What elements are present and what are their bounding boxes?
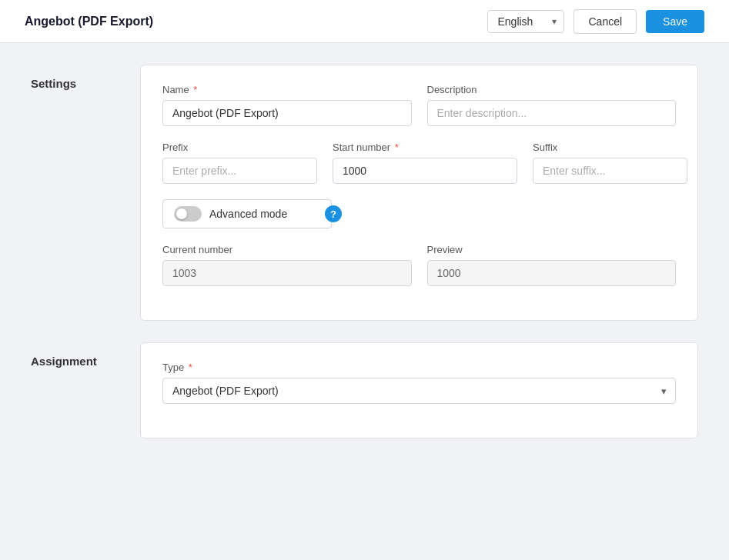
preview-input [427, 260, 677, 286]
required-star-2: * [392, 142, 399, 153]
settings-card: Name * Description Prefix Start numbe [140, 65, 698, 321]
language-selector-wrapper: English Deutsch Français ▾ [487, 10, 564, 33]
name-description-row: Name * Description [162, 84, 676, 126]
save-button[interactable]: Save [646, 10, 704, 33]
suffix-label: Suffix [533, 142, 687, 153]
type-group: Type * Angebot (PDF Export) Rechnung Lie… [162, 362, 676, 404]
current-preview-row: Current number Preview [162, 244, 676, 286]
app-header: Angebot (PDF Export) English Deutsch Fra… [0, 0, 729, 43]
assignment-card: Type * Angebot (PDF Export) Rechnung Lie… [140, 342, 698, 438]
type-select-wrapper: Angebot (PDF Export) Rechnung Liefersche… [162, 378, 676, 404]
name-input[interactable] [162, 100, 412, 126]
current-number-group: Current number [162, 244, 412, 286]
start-number-group: Start number * [333, 142, 517, 184]
header-actions: English Deutsch Français ▾ Cancel Save [487, 9, 704, 34]
main-content: Settings Name * Description Prefix [0, 43, 729, 482]
prefix-label: Prefix [162, 142, 317, 153]
suffix-group: Suffix [533, 142, 687, 184]
start-number-input[interactable] [333, 158, 517, 184]
prefix-start-suffix-row: Prefix Start number * Suffix [162, 142, 676, 184]
preview-group: Preview [427, 244, 677, 286]
description-input[interactable] [427, 100, 677, 126]
cancel-button[interactable]: Cancel [574, 9, 637, 34]
preview-label: Preview [427, 244, 677, 255]
name-label: Name * [162, 84, 412, 95]
prefix-group: Prefix [162, 142, 317, 184]
type-label: Type * [162, 362, 676, 373]
start-number-label: Start number * [333, 142, 517, 153]
name-group: Name * [162, 84, 412, 126]
current-number-label: Current number [162, 244, 412, 255]
required-star-3: * [186, 362, 192, 373]
advanced-mode-toggle[interactable] [174, 206, 202, 222]
language-select[interactable]: English Deutsch Français [487, 10, 564, 33]
settings-section: Settings Name * Description Prefix [31, 65, 698, 321]
settings-section-label: Settings [31, 65, 115, 321]
type-row: Type * Angebot (PDF Export) Rechnung Lie… [162, 362, 676, 404]
description-group: Description [427, 84, 677, 126]
assignment-section: Assignment Type * Angebot (PDF Export) R… [31, 342, 698, 438]
required-star: * [191, 84, 198, 95]
suffix-input[interactable] [533, 158, 687, 184]
type-select[interactable]: Angebot (PDF Export) Rechnung Liefersche… [162, 378, 676, 404]
advanced-mode-label: Advanced mode [209, 208, 287, 220]
advanced-mode-row: Advanced mode ? [162, 199, 676, 228]
prefix-input[interactable] [162, 158, 317, 184]
page-title: Angebot (PDF Export) [25, 15, 153, 28]
advanced-mode-box: Advanced mode ? [162, 199, 332, 228]
assignment-section-label: Assignment [31, 342, 115, 438]
toggle-thumb [176, 208, 187, 219]
info-icon[interactable]: ? [325, 205, 342, 222]
current-number-input [162, 260, 412, 286]
description-label: Description [427, 84, 677, 95]
